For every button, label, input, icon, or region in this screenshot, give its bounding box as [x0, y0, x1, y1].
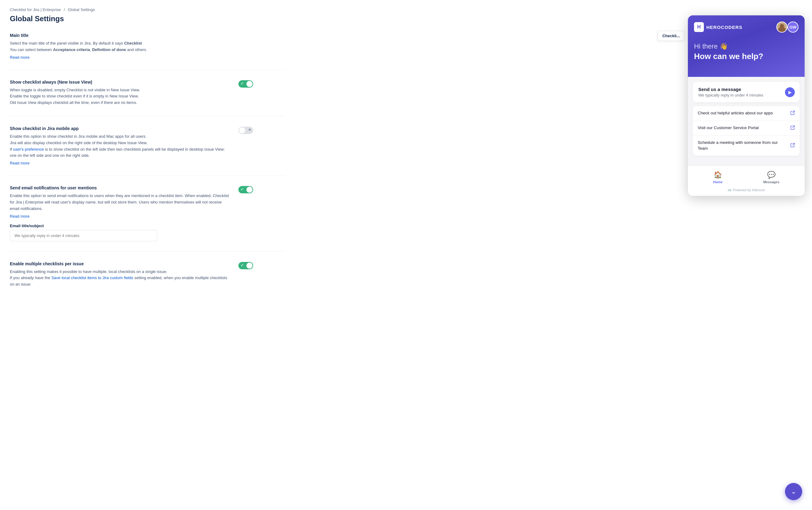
user-preference-link[interactable]: user's preference — [13, 147, 44, 151]
section-show-mobile: Show checklist in Jira mobile app Enable… — [10, 126, 285, 175]
section-desc-main-title: Select the main title of the panel visib… — [10, 40, 231, 53]
send-arrow-button[interactable]: ▶ — [785, 87, 795, 97]
widget-question: How can we help? — [694, 52, 799, 61]
email-input-label: Email title/subject — [10, 224, 231, 228]
widget-top-bar: H HEROCODERS GW — [694, 22, 799, 33]
link-helpful-articles[interactable]: Check out helpful articles about our app… — [693, 106, 800, 121]
read-more-mobile[interactable]: Read more — [10, 161, 30, 165]
read-more-main-title[interactable]: Read more — [10, 55, 30, 60]
tab-messages-label: Messages — [763, 180, 779, 184]
widget-body: Send us a message We typically reply in … — [688, 77, 805, 166]
home-icon: 🏠 — [714, 171, 722, 179]
widget-user-avatars: GW — [776, 22, 799, 33]
section-title-show-mobile: Show checklist in Jira mobile app — [10, 126, 231, 131]
email-input-wrapper: Email title/subject — [10, 224, 231, 241]
toggle-knob-email — [246, 187, 252, 193]
toggle-knob-multiple — [246, 262, 252, 269]
widget-greeting: Hi there 👋 — [694, 42, 799, 50]
widget-tabs: 🏠 Home 💬 Messages — [693, 170, 800, 185]
herocoders-logo-text: HEROCODERS — [706, 25, 743, 30]
save-local-link[interactable]: Save local checklist items to Jira custo… — [51, 276, 133, 280]
read-more-email[interactable]: Read more — [10, 214, 30, 219]
toggle-knob-show-always — [246, 81, 252, 87]
hero-logo: H HEROCODERS — [694, 22, 743, 32]
external-link-icon-articles — [790, 111, 795, 116]
support-agent-avatar — [776, 22, 787, 33]
link-helpful-articles-text: Check out helpful articles about our app… — [698, 110, 788, 116]
breadcrumb-separator: / — [64, 7, 65, 12]
section-desc-show-mobile: Enable this option to show checklist in … — [10, 134, 231, 159]
section-title-email: Send email notifications for user mentio… — [10, 186, 231, 190]
checklist-badge[interactable]: Checkli... — [658, 31, 685, 41]
link-schedule-meeting[interactable]: Schedule a meeting with someone from our… — [693, 136, 800, 156]
toggle-email[interactable] — [238, 186, 253, 193]
widget-footer: 🏠 Home 💬 Messages ⌨️ Powered by Intercom — [688, 166, 805, 196]
section-desc-multiple: Enabling this setting makes it possible … — [10, 269, 231, 288]
link-customer-service-text: Visit our Customer Service Portal — [698, 125, 788, 131]
messages-icon: 💬 — [767, 171, 776, 179]
section-desc-email: Enable this option to send email notific… — [10, 193, 231, 212]
breadcrumb: Checklist for Jira | Enterprise / Global… — [10, 7, 285, 12]
links-card: Check out helpful articles about our app… — [693, 106, 800, 156]
link-customer-service[interactable]: Visit our Customer Service Portal — [693, 121, 800, 136]
section-main-title: Main title Select the main title of the … — [10, 33, 285, 70]
section-email-notifications: Send email notifications for user mentio… — [10, 186, 285, 251]
section-title-multiple: Enable multiple checklists per issue — [10, 261, 231, 266]
tab-home[interactable]: 🏠 Home — [708, 170, 727, 185]
powered-by: ⌨️ Powered by Intercom — [693, 188, 800, 193]
send-message-text: Send us a message We typically reply in … — [698, 87, 763, 97]
send-message-card[interactable]: Send us a message We typically reply in … — [693, 82, 800, 102]
user-initials-avatar: GW — [787, 22, 799, 33]
section-title-main-title: Main title — [10, 33, 231, 38]
section-multiple-checklists: Enable multiple checklists per issue Ena… — [10, 261, 285, 298]
send-message-title: Send us a message — [698, 87, 763, 92]
link-schedule-meeting-text: Schedule a meeting with someone from our… — [698, 140, 788, 151]
widget-header: H HEROCODERS GW Hi there 👋 How can we he… — [688, 16, 805, 77]
intercom-widget: H HEROCODERS GW Hi there 👋 How can we he… — [688, 16, 805, 196]
tab-home-label: Home — [713, 180, 723, 184]
herocoders-logo-icon: H — [694, 22, 704, 32]
external-link-icon-portal — [790, 125, 795, 131]
toggle-show-mobile[interactable] — [238, 126, 253, 134]
breadcrumb-current: Global Settings — [68, 7, 95, 12]
email-subject-input[interactable] — [10, 230, 157, 241]
external-link-icon-meeting — [790, 143, 795, 148]
intercom-keyboard-icon: ⌨️ — [727, 188, 732, 192]
section-show-always: Show checklist always (New Issue View) W… — [10, 80, 285, 116]
toggle-multiple[interactable] — [238, 262, 253, 269]
powered-by-text: Powered by Intercom — [733, 188, 765, 192]
breadcrumb-root: Checklist for Jira | Enterprise — [10, 7, 61, 12]
section-title-show-always: Show checklist always (New Issue View) — [10, 80, 231, 85]
toggle-show-always[interactable] — [238, 80, 253, 88]
section-desc-show-always: When toggle is disabled, empty Checklist… — [10, 87, 231, 106]
tab-messages[interactable]: 💬 Messages — [758, 170, 784, 185]
page-title: Global Settings — [10, 15, 285, 23]
toggle-knob-show-mobile — [239, 127, 245, 134]
send-message-subtitle: We typically reply in under 4 minutes — [698, 93, 763, 97]
